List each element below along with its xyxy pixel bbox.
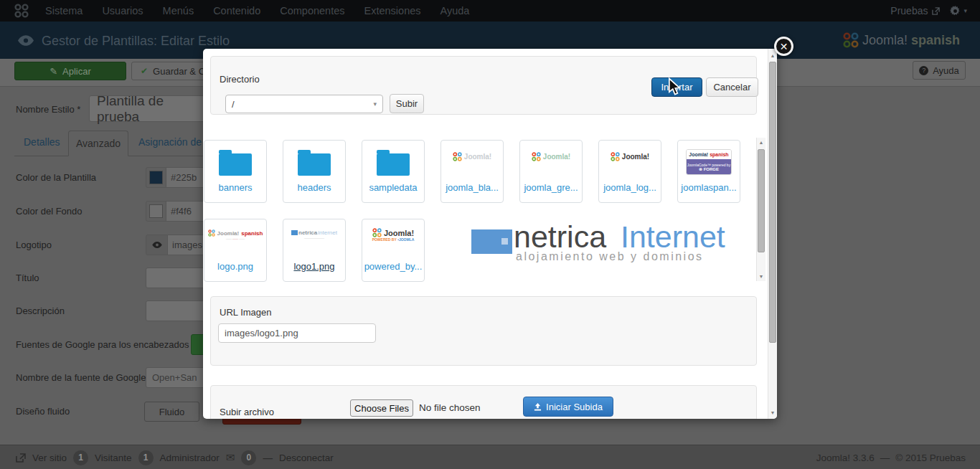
- modal-scrollbar[interactable]: ▲ ▼: [768, 49, 777, 419]
- file-card-joomla-logo[interactable]: Joomla! joomla_log...: [598, 140, 661, 203]
- save-close-label: Guardar & C: [153, 66, 205, 77]
- visitor-label: Visitante: [95, 453, 132, 463]
- menu-item-componentes[interactable]: Componentes: [280, 5, 344, 16]
- file-card-logo-png[interactable]: Joomla! spanish —— —— —— logo.png: [204, 219, 267, 282]
- joomla-logo-icon: [14, 4, 29, 21]
- mouse-cursor: [668, 77, 682, 99]
- admin-label: Administrador: [160, 453, 220, 463]
- media-select-modal: Directorio / ▾ Subir Insertar Cancelar b…: [203, 49, 777, 419]
- question-icon: ?: [919, 66, 928, 75]
- template-color-value: #225b: [171, 172, 197, 183]
- folder-icon: [219, 153, 252, 176]
- upload-panel: Subir archivo Choose Files No file chose…: [210, 385, 757, 419]
- check-icon: ✔: [141, 66, 148, 76]
- menu-item-sistema[interactable]: Sistema: [45, 5, 83, 16]
- file-card-banners[interactable]: banners: [204, 140, 267, 203]
- apply-button-label: Aplicar: [62, 66, 91, 77]
- tab-avanzado[interactable]: Avanzado: [68, 131, 128, 156]
- template-color-input[interactable]: #225b: [166, 167, 206, 188]
- joomla-spanish-logo: Joomla!spanish: [843, 32, 960, 48]
- view-site-link[interactable]: Ver sitio: [32, 453, 67, 463]
- up-directory-button[interactable]: Subir: [390, 94, 424, 113]
- status-bar: Ver sitio 1 Visitante 1 Administrador ✉ …: [0, 445, 980, 469]
- description-label: Descripción: [16, 305, 65, 316]
- menu-item-usuarios[interactable]: Usuarios: [102, 5, 143, 16]
- menu-item-menus[interactable]: Menús: [163, 5, 194, 16]
- preview-brand-dark: netrica: [514, 219, 606, 255]
- user-label: Pruebas: [890, 5, 928, 16]
- scroll-up-icon[interactable]: ▲: [757, 140, 765, 145]
- style-name-label: Nombre Estilo *: [16, 104, 80, 115]
- background-color-label: Color del Fondo: [16, 206, 83, 217]
- brand-joomla-text: Joomla!: [862, 33, 908, 48]
- image-thumbnail: netricainternet: [283, 229, 345, 236]
- scroll-up-icon[interactable]: ▲: [768, 53, 777, 58]
- file-card-joomlaspanish[interactable]: Joomla!spanish JoomlaCode™ powered by⊕ F…: [677, 140, 740, 203]
- choose-files-button[interactable]: Choose Files: [350, 399, 413, 417]
- file-name: joomla_gre...: [520, 182, 582, 193]
- file-name: powered_by...: [362, 261, 424, 272]
- image-url-input[interactable]: images/logo1.png: [218, 323, 376, 343]
- joomla-brand-icon: [843, 32, 859, 48]
- google-fonts-label: Fuentes de Google para los encabezados: [16, 339, 189, 350]
- file-name: joomla_log...: [599, 182, 661, 193]
- separator: —: [880, 453, 890, 463]
- file-card-joomla-green[interactable]: Joomla! joomla_gre...: [519, 140, 583, 203]
- brand-spanish-text: spanish: [911, 33, 960, 48]
- directory-label: Directorio: [220, 74, 260, 85]
- style-name-input[interactable]: Plantilla de prueba: [89, 95, 207, 122]
- choose-files-label: Choose Files: [354, 403, 409, 414]
- scroll-down-icon[interactable]: ▼: [768, 410, 777, 415]
- view-site-icon: [16, 453, 26, 463]
- envelope-icon: ✉: [226, 451, 235, 464]
- file-card-joomla-black[interactable]: Joomla! joomla_bla...: [440, 140, 504, 203]
- file-card-headers[interactable]: headers: [283, 140, 346, 203]
- title-input[interactable]: [146, 267, 207, 288]
- visitor-count-badge: 1: [73, 450, 88, 465]
- logo-preview-button[interactable]: [146, 234, 168, 255]
- save-close-button[interactable]: ✔ Guardar & C: [131, 62, 210, 80]
- fluid-button[interactable]: Fluido: [144, 402, 199, 422]
- edit-icon: ✎: [50, 66, 57, 77]
- directory-select[interactable]: / ▾: [225, 95, 383, 113]
- image-thumbnail-caption: —— —— ——: [204, 237, 266, 240]
- file-card-sampledata[interactable]: sampledata: [362, 140, 425, 203]
- logo-label: Logotipo: [16, 240, 52, 250]
- upload-label: Subir archivo: [220, 407, 274, 417]
- site-preview-link[interactable]: Pruebas: [890, 5, 940, 16]
- scrollbar-thumb[interactable]: [758, 149, 765, 252]
- menu-item-extensiones[interactable]: Extensiones: [364, 5, 421, 16]
- menu-item-ayuda[interactable]: Ayuda: [440, 5, 470, 16]
- background-color-input[interactable]: #f4f6: [166, 201, 206, 222]
- apply-button[interactable]: ✎ Aplicar: [14, 62, 126, 80]
- description-input[interactable]: [146, 300, 207, 321]
- image-thumbnail: Joomla!: [441, 152, 503, 161]
- file-name: headers: [283, 182, 345, 193]
- tab-detalles[interactable]: Detalles: [24, 136, 60, 148]
- help-button[interactable]: ? Ayuda: [913, 61, 966, 80]
- template-color-label: Color de la Plantilla: [16, 172, 96, 183]
- modal-close-button[interactable]: ✕: [774, 37, 793, 56]
- cancel-button[interactable]: Cancelar: [706, 77, 758, 97]
- title-label: Título: [16, 273, 39, 283]
- cancel-button-label: Cancelar: [713, 82, 750, 93]
- template-color-swatch[interactable]: [146, 167, 166, 188]
- logout-link[interactable]: Desconectar: [279, 453, 334, 463]
- scrollbar-thumb[interactable]: [769, 62, 776, 343]
- tab-asignacion[interactable]: Asignación de: [138, 136, 202, 148]
- file-card-powered-by[interactable]: Joomla! POWERED BY •JOOMLA powered_by...: [362, 219, 425, 282]
- preview-tagline: alojamiento web y dominios: [516, 250, 704, 263]
- settings-menu-button[interactable]: ▾: [950, 6, 967, 16]
- color-swatch: [149, 204, 163, 218]
- copyright: © 2015 Pruebas: [895, 453, 966, 463]
- file-area-scrollbar[interactable]: ▲ ▼: [756, 138, 765, 281]
- scroll-down-icon[interactable]: ▼: [757, 274, 765, 279]
- google-font-name-input[interactable]: Open+San: [146, 367, 207, 388]
- menu-item-contenido[interactable]: Contenido: [213, 5, 260, 16]
- image-url-panel: URL Imagen images/logo1.png: [210, 296, 757, 366]
- start-upload-button[interactable]: Iniciar Subida: [523, 397, 613, 417]
- file-card-logo1-png-selected[interactable]: netricainternet ——————— logo1.png: [283, 219, 346, 282]
- logo-input[interactable]: images: [167, 234, 206, 255]
- background-color-swatch[interactable]: [146, 201, 166, 222]
- no-file-chosen-text: No file chosen: [419, 402, 481, 413]
